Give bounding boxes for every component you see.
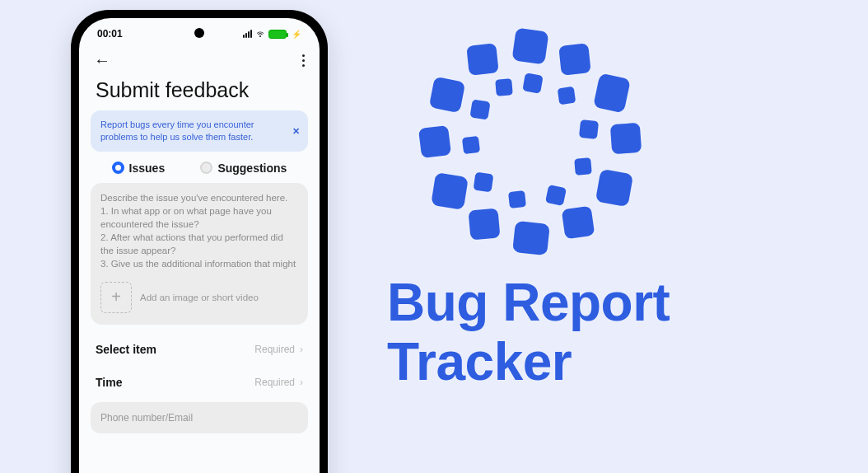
tab-suggestions[interactable]: Suggestions [200, 162, 287, 175]
radio-unchecked-icon [200, 162, 212, 174]
status-indicators: ⚡ [243, 29, 301, 39]
battery-icon [268, 30, 287, 39]
tab-label: Suggestions [217, 162, 287, 175]
app-header: ← [79, 46, 320, 75]
camera-cutout [194, 28, 204, 38]
row-hint: Required [254, 377, 295, 388]
add-media-label: Add an image or short video [140, 293, 259, 302]
info-banner-text: Report bugs every time you encounter pro… [100, 119, 285, 143]
plus-icon: + [100, 282, 132, 313]
tab-issues[interactable]: Issues [112, 162, 166, 175]
select-item-row[interactable]: Select item Required › [79, 333, 320, 366]
contact-input[interactable]: Phone number/Email [91, 402, 308, 433]
info-banner: Report bugs every time you encounter pro… [91, 110, 308, 152]
issue-description-input[interactable]: Describe the issue you've encountered he… [91, 183, 308, 274]
back-icon[interactable]: ← [94, 51, 110, 70]
chevron-right-icon: › [300, 377, 303, 388]
brand-line-2: Tracker [387, 333, 815, 392]
row-hint: Required [254, 344, 295, 355]
row-label: Time [96, 376, 122, 389]
brand-logo [417, 28, 647, 259]
radio-checked-icon [112, 162, 124, 174]
charging-icon: ⚡ [292, 30, 301, 39]
tabs: Issues Suggestions [79, 162, 320, 183]
wifi-icon [255, 29, 265, 39]
overflow-menu-icon[interactable] [302, 54, 305, 67]
status-time: 00:01 [97, 28, 123, 40]
page-title: Submit feedback [79, 75, 320, 110]
time-row[interactable]: Time Required › [79, 366, 320, 399]
tab-label: Issues [129, 162, 166, 175]
brand-panel: Bug Report Tracker [387, 28, 815, 391]
phone-mockup: 00:01 ⚡ ← Submit feedback [71, 10, 328, 473]
signal-icon [243, 30, 252, 38]
row-label: Select item [96, 343, 156, 356]
add-media-button[interactable]: + Add an image or short video [91, 274, 308, 325]
brand-line-1: Bug Report [387, 274, 815, 333]
chevron-right-icon: › [300, 344, 303, 355]
close-icon[interactable]: ✕ [292, 125, 300, 136]
